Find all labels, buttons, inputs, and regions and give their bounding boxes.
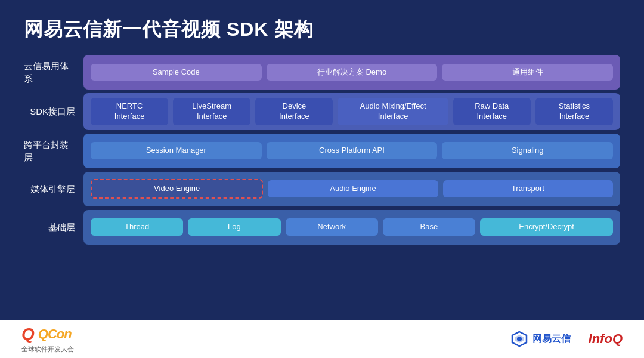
layer-body-media: Video EngineAudio EngineTransport [83,172,620,206]
block-yixin-1: 行业解决方案 Demo [267,64,438,81]
netease-brand-text: 网易云信 [532,333,571,345]
layer-label-sdk: SDK接口层 [24,93,83,130]
layer-label-base: 基础层 [24,210,83,245]
block-yixin-0: Sample Code [91,64,262,81]
block-yixin-2: 通用组件 [442,64,613,81]
block-base-4: Encrypt/Decrypt [480,218,613,236]
layer-base: 基础层ThreadLogNetworkBaseEncrypt/Decrypt [24,210,620,245]
block-base-2: Network [286,218,378,236]
block-sdk-0: NERTC Interface [91,98,168,125]
block-sdk-1: LiveStream Interface [173,98,250,125]
block-media-1: Audio Engine [268,180,438,197]
qcon-q-letter: Q [21,325,35,344]
block-media-0: Video Engine [91,179,263,199]
block-sdk-4: Raw Data Interface [453,98,531,125]
layer-body-base: ThreadLogNetworkBaseEncrypt/Decrypt [83,210,620,245]
block-sdk-5: Statistics Interface [535,98,613,125]
block-media-2: Transport [443,180,613,197]
layer-label-cross: 跨平台封装层 [24,134,83,168]
block-base-0: Thread [91,218,183,236]
svg-point-2 [517,337,522,341]
layer-body-cross: Session ManagerCross Platform APISignali… [83,134,620,168]
footer-right-logos: 网易云信 InfoQ [511,331,623,347]
block-base-3: Base [383,218,475,236]
block-cross-2: Signaling [442,142,613,159]
block-base-1: Log [188,218,280,236]
block-sdk-2: Device Interface [255,98,333,125]
page-title: 网易云信新一代音视频 SDK 架构 [24,17,620,43]
layer-media: 媒体引擎层Video EngineAudio EngineTransport [24,172,620,206]
infoq-logo: InfoQ [589,331,623,347]
layer-cross: 跨平台封装层Session ManagerCross Platform APIS… [24,134,620,168]
layer-body-sdk: NERTC InterfaceLiveStream InterfaceDevic… [83,93,620,130]
main-content: 网易云信新一代音视频 SDK 架构 云信易用体系Sample Code行业解决方… [0,0,644,320]
footer: Q QCon 全球软件开发大会 网易云信 InfoQ [0,320,644,358]
layer-sdk: SDK接口层NERTC InterfaceLiveStream Interfac… [24,93,620,130]
block-cross-1: Cross Platform API [267,142,438,159]
qcon-text: QCon [38,326,72,342]
block-sdk-3: Audio Mixing/Effect Interface [338,98,448,125]
block-cross-0: Session Manager [91,142,262,159]
qcon-subtitle: 全球软件开发大会 [21,345,74,354]
layer-label-yixin: 云信易用体系 [24,55,83,90]
layer-label-media: 媒体引擎层 [24,172,83,206]
layer-yixin: 云信易用体系Sample Code行业解决方案 Demo通用组件 [24,55,620,90]
layer-body-yixin: Sample Code行业解决方案 Demo通用组件 [83,55,620,90]
architecture-diagram: 云信易用体系Sample Code行业解决方案 Demo通用组件SDK接口层NE… [24,55,620,314]
netease-icon [511,331,528,347]
netease-logo: 网易云信 [511,331,571,347]
qcon-branding: Q QCon 全球软件开发大会 [21,325,74,354]
